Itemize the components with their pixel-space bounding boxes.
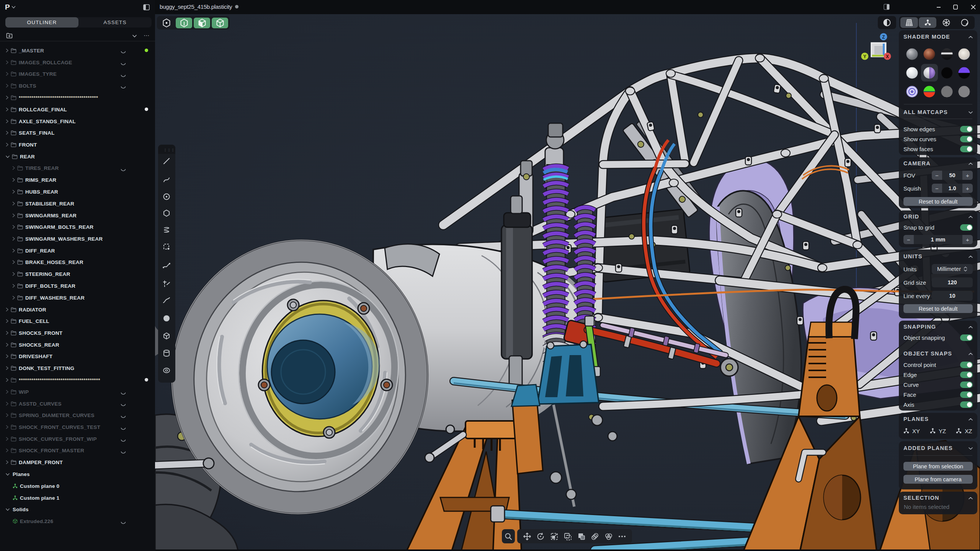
svg-text:Z: Z: [882, 34, 885, 40]
svg-text:Y: Y: [863, 54, 866, 59]
svg-text:X: X: [886, 54, 889, 59]
